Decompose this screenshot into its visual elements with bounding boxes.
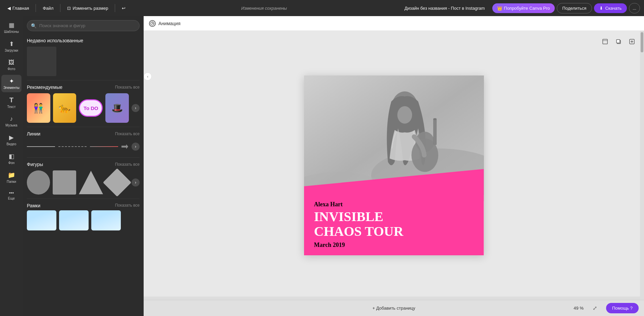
canvas-viewport: Alexa Hart INVISIBLE CHAOS TOUR March 20… <box>144 31 644 300</box>
more-label: Еще <box>8 197 15 200</box>
fig-circle[interactable] <box>27 170 50 195</box>
fig-diamond[interactable] <box>103 168 132 197</box>
saved-status: Изменения сохранены <box>131 6 397 11</box>
main-area: ▦ Шаблоны ⬆ Загрузки 🖼 Фото ✦ Элементы T… <box>0 16 644 316</box>
frame-item-2[interactable] <box>59 210 89 230</box>
frame-icon-button[interactable] <box>600 36 610 47</box>
right-scrollbar[interactable] <box>640 31 644 300</box>
design-date: March 2019 <box>314 242 474 249</box>
line-arrow[interactable] <box>121 144 128 149</box>
sidebar-item-music[interactable]: ♪ Музыка <box>1 113 21 130</box>
recommended-grid: 👫 🐆 To DO 🎩 › <box>27 93 140 123</box>
canvas-area: ‹ Анимация <box>144 16 644 316</box>
frame-item-3[interactable] <box>91 210 121 230</box>
search-input[interactable] <box>27 20 140 31</box>
fig-rect[interactable] <box>53 170 76 195</box>
photos-icon: 🖼 <box>8 59 14 66</box>
frame-item-1[interactable] <box>27 210 56 230</box>
resize-label: Изменить размер <box>72 6 108 11</box>
try-pro-button[interactable]: 👑 Попробуйте Canva Pro <box>492 3 555 13</box>
add-page-button[interactable]: + Добавить страницу <box>373 306 415 311</box>
frames-show-all[interactable]: Показать все <box>115 203 140 208</box>
sidebar-item-templates[interactable]: ▦ Шаблоны <box>1 19 21 36</box>
video-label: Видео <box>6 142 16 146</box>
duplicate-button[interactable] <box>613 36 624 47</box>
help-label: Помощь ? <box>612 306 633 311</box>
fig-triangle[interactable] <box>79 171 103 194</box>
svg-point-12 <box>397 106 412 124</box>
video-icon: ▶ <box>9 134 14 141</box>
music-label: Музыка <box>5 123 17 127</box>
lines-next-arrow[interactable]: › <box>132 143 140 151</box>
sidebar-item-elements[interactable]: ✦ Элементы <box>1 75 21 92</box>
bg-icon: ◧ <box>9 153 14 160</box>
design-card[interactable]: Alexa Hart INVISIBLE CHAOS TOUR March 20… <box>304 75 484 255</box>
bottom-scrollbar[interactable] <box>144 297 640 300</box>
frames-header: Рамки Показать все <box>27 203 140 208</box>
home-button[interactable]: ◀ Главная <box>4 4 32 12</box>
download-button[interactable]: ⬇ Скачать <box>594 3 627 13</box>
elements-label: Элементы <box>3 86 19 90</box>
help-button[interactable]: Помощь ? <box>606 303 639 313</box>
svg-rect-1 <box>603 39 607 44</box>
fullscreen-icon: ⤢ <box>593 305 597 311</box>
hat-emoji: 🎩 <box>111 103 123 114</box>
file-label: Файл <box>43 6 53 11</box>
recommended-show-all[interactable]: Показать все <box>115 85 140 90</box>
share-button[interactable]: Поделиться <box>557 3 592 13</box>
sidebar-item-bg[interactable]: ◧ Фон <box>1 150 21 167</box>
design-artist: Alexa Hart <box>314 201 474 208</box>
recent-item[interactable] <box>27 47 56 76</box>
saved-label: Изменения сохранены <box>241 6 287 11</box>
doc-title: Дизайн без названия - Пост в Instagram <box>399 6 490 11</box>
panel-hide-button[interactable]: ‹ <box>144 72 152 81</box>
music-icon: ♪ <box>10 115 13 122</box>
people-emoji: 👫 <box>33 103 44 114</box>
line-gradient[interactable] <box>90 146 118 147</box>
rec-item-hat[interactable]: 🎩 <box>105 93 129 123</box>
rec-item-leopard[interactable]: 🐆 <box>53 93 77 123</box>
rec-item-todo[interactable]: To DO <box>79 99 103 117</box>
add-button[interactable] <box>627 36 637 47</box>
recommended-section: Рекомендуемые Показать все 👫 🐆 To DO 🎩 › <box>23 82 144 125</box>
lines-show-all[interactable]: Показать все <box>115 131 140 136</box>
uploads-label: Загрузки <box>5 49 18 52</box>
search-icon: 🔍 <box>31 23 37 29</box>
divider-4 <box>27 199 140 199</box>
figures-next-arrow[interactable]: › <box>132 178 140 187</box>
more-options-button[interactable]: ... <box>629 3 640 13</box>
crown-icon: 👑 <box>497 6 502 11</box>
line-dashed[interactable] <box>58 146 87 147</box>
left-panel: 🔍 Недавно использованные Рекомендуемые П… <box>23 16 144 316</box>
rec-item-people[interactable]: 👫 <box>27 93 50 123</box>
undo-icon: ↩ <box>122 6 126 11</box>
sidebar-item-more[interactable]: ••• Еще <box>1 188 21 203</box>
lines-preview: › <box>27 140 140 153</box>
home-arrow-icon: ◀ <box>7 6 11 11</box>
animation-bar: Анимация <box>144 16 644 31</box>
chevron-right-icon-figures: › <box>135 180 136 185</box>
sidebar-item-text[interactable]: T Текст <box>1 94 21 111</box>
folders-icon: 📁 <box>8 171 15 179</box>
rec-next-arrow[interactable]: › <box>132 104 140 112</box>
sidebar-item-folders[interactable]: 📁 Папки <box>1 169 21 186</box>
add-page-label: + Добавить страницу <box>373 306 415 311</box>
figures-show-all[interactable]: Показать все <box>115 162 140 167</box>
chevron-right-icon: › <box>135 106 136 110</box>
photos-label: Фото <box>8 67 15 71</box>
fullscreen-button[interactable]: ⤢ <box>593 305 597 311</box>
download-label: Скачать <box>605 6 622 11</box>
sidebar-item-video[interactable]: ▶ Видео <box>1 131 21 149</box>
resize-button[interactable]: ⊡ Изменить размер <box>64 4 111 12</box>
figures-section: Фигуры Показать все › <box>23 159 144 197</box>
nav-divider-1 <box>36 4 36 12</box>
svg-rect-4 <box>616 40 620 43</box>
sidebar-item-photos[interactable]: 🖼 Фото <box>1 56 21 73</box>
file-button[interactable]: Файл <box>39 4 57 12</box>
frames-title-label: Рамки <box>27 203 40 208</box>
sidebar-item-uploads[interactable]: ⬆ Загрузки <box>1 38 21 55</box>
templates-icon: ▦ <box>9 21 14 29</box>
line-solid[interactable] <box>27 146 55 147</box>
templates-label: Шаблоны <box>4 30 19 34</box>
undo-button[interactable]: ↩ <box>118 4 129 12</box>
